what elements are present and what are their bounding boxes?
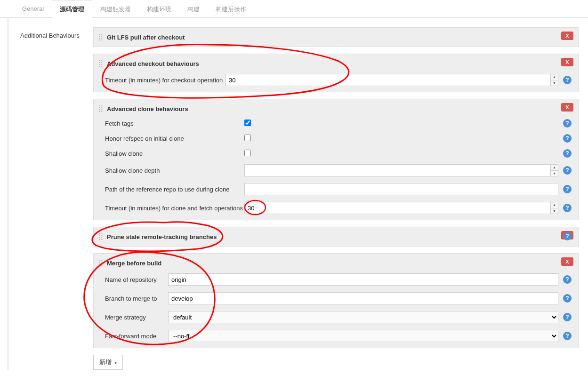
drag-handle-icon[interactable] [98,259,103,267]
behaviours-list: X Git LFS pull after checkout X Advanced… [93,27,588,370]
drag-handle-icon[interactable] [98,33,103,41]
merge-ff-label: Fast-forward mode [98,333,168,340]
section-advanced-clone: X Advanced clone behaviours Fetch tags ?… [93,99,579,220]
help-icon[interactable]: ? [563,166,572,175]
tab-build[interactable]: 构建 [179,0,208,18]
additional-behaviours-label: Additional Behaviours [8,27,93,370]
help-icon[interactable]: ? [563,275,572,284]
help-icon[interactable]: ? [563,185,572,193]
ref-repo-input[interactable] [244,183,558,195]
drag-handle-icon[interactable] [98,233,103,240]
section-title: Merge before build [107,260,161,267]
drag-handle-icon[interactable] [98,60,103,67]
section-prune-stale: X ? Prune stale remote-tracking branches [93,227,579,247]
help-icon[interactable]: ? [563,76,572,84]
shallow-clone-checkbox[interactable] [244,150,251,156]
help-icon[interactable]: ? [563,149,572,158]
drag-handle-icon[interactable] [98,105,103,112]
help-icon[interactable]: ? [563,119,572,128]
section-merge-before-build: X Merge before build Name of repository … [93,253,579,348]
tab-scm[interactable]: 源码管理 [52,0,92,18]
help-icon[interactable]: ? [563,204,572,212]
help-icon[interactable]: ? [563,294,572,303]
tab-triggers[interactable]: 构建触发器 [92,0,139,18]
shallow-depth-input[interactable] [244,164,558,176]
content-area: Additional Behaviours X Git LFS pull aft… [8,18,588,370]
spinner-icon[interactable]: ▲▼ [550,202,558,214]
add-behaviour-button[interactable]: 新增 [93,355,123,370]
tab-env[interactable]: 构建环境 [139,0,179,18]
clone-timeout-label: Timeout (in minutes) for clone and fetch… [98,205,244,212]
section-title: Advanced clone behaviours [107,105,188,112]
help-icon[interactable]: ? [563,134,572,143]
spinner-icon[interactable]: ▲▼ [550,165,558,176]
tab-post[interactable]: 构建后操作 [208,0,254,18]
checkout-timeout-label: Timeout (in minutes) for checkout operat… [98,77,226,84]
help-icon[interactable]: ? [563,332,572,340]
merge-repo-label: Name of repository [98,276,168,283]
section-title: Git LFS pull after checkout [107,34,185,41]
delete-button[interactable]: X [561,257,573,266]
merge-strategy-select[interactable]: default [168,311,558,323]
tab-general[interactable]: General [14,0,52,18]
section-title: Prune stale remote-tracking branches [107,233,217,240]
section-advanced-checkout: X Advanced checkout behaviours Timeout (… [93,54,579,92]
clone-timeout-input[interactable] [244,202,558,214]
ref-repo-label: Path of the reference repo to use during… [98,186,244,193]
checkout-timeout-input[interactable] [226,74,558,86]
fetch-tags-label: Fetch tags [98,120,244,127]
delete-button[interactable]: X [561,32,573,40]
shallow-depth-label: Shallow clone depth [98,167,244,174]
delete-button[interactable]: X [561,103,573,112]
shallow-clone-label: Shallow clone [98,150,244,157]
section-git-lfs: X Git LFS pull after checkout [93,27,579,47]
honor-refspec-checkbox[interactable] [244,135,251,141]
delete-button[interactable]: X [561,58,573,66]
config-tabs: General 源码管理 构建触发器 构建环境 构建 构建后操作 [0,0,588,18]
help-icon[interactable]: ? [563,313,572,321]
help-icon[interactable]: ? [563,232,572,240]
honor-refspec-label: Honor refspec on initial clone [98,135,244,142]
annotation-circle [84,40,367,101]
fetch-tags-checkbox[interactable] [244,120,251,126]
merge-repo-input[interactable] [168,273,558,286]
section-title: Advanced checkout behaviours [107,60,199,67]
spinner-icon[interactable]: ▲▼ [550,74,558,86]
merge-strategy-label: Merge strategy [98,314,168,321]
merge-branch-input[interactable] [168,292,558,304]
merge-ff-select[interactable]: --no-ff [168,330,558,342]
merge-branch-label: Branch to merge to [98,295,168,302]
